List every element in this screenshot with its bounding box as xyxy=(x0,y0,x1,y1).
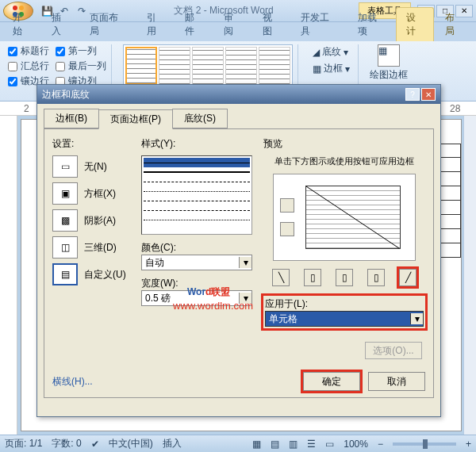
draw-border-icon[interactable]: ▦ xyxy=(378,44,400,67)
tab-mailings[interactable]: 邮件 xyxy=(175,8,213,41)
chevron-down-icon: ▾ xyxy=(410,313,423,324)
setting-box[interactable]: ▣方框(X) xyxy=(52,182,130,205)
width-label: 宽度(W): xyxy=(141,277,252,290)
chevron-down-icon: ▾ xyxy=(239,293,251,304)
setting-none[interactable]: ▭无(N) xyxy=(52,155,130,178)
ok-button[interactable]: 确定 xyxy=(303,372,360,391)
edge-buttons-row: ╲ ▯ ▯ ▯ ╱ xyxy=(263,269,425,286)
tab-addins[interactable]: 加载项 xyxy=(348,8,394,41)
setting-custom[interactable]: ▤自定义(U) xyxy=(52,263,130,285)
apply-to-label: 应用于(L): xyxy=(265,297,424,311)
dialog-tabs: 边框(B) 页面边框(P) 底纹(S) xyxy=(37,104,440,128)
color-combo[interactable]: 自动▾ xyxy=(141,255,252,270)
edge-left-button[interactable]: ▯ xyxy=(304,269,321,286)
status-insert-mode[interactable]: 插入 xyxy=(163,437,182,450)
tab-references[interactable]: 引用 xyxy=(137,8,175,41)
view-draft-icon[interactable]: ▭ xyxy=(325,439,334,450)
zoom-out-button[interactable]: − xyxy=(378,439,383,450)
vertical-scrollbar[interactable] xyxy=(463,116,476,435)
tab-developer[interactable]: 开发工具 xyxy=(291,8,346,41)
tab-view[interactable]: 视图 xyxy=(253,8,290,41)
edge-diag-up-button[interactable]: ╱ xyxy=(399,269,416,286)
style-thumb[interactable] xyxy=(259,47,290,85)
horizontal-line-link[interactable]: 横线(H)... xyxy=(52,375,93,389)
tab-insert[interactable]: 插入 xyxy=(42,8,79,41)
chevron-down-icon: ▾ xyxy=(239,257,251,268)
table-styles-gallery[interactable] xyxy=(123,44,293,89)
width-combo[interactable]: 0.5 磅▾ xyxy=(141,290,252,306)
dialog-body: 设置: ▭无(N) ▣方框(X) ▩阴影(A) ◫三维(D) ▤自定义(U) 样… xyxy=(44,128,434,398)
shading-button[interactable]: ◢ 底纹 ▾ xyxy=(309,44,353,59)
chk-total-row[interactable]: 汇总行 xyxy=(8,59,49,73)
tab-design[interactable]: 设计 xyxy=(396,7,435,41)
diagonal-line-icon xyxy=(306,186,400,248)
view-web-icon[interactable]: ▥ xyxy=(289,439,298,450)
box-icon: ▣ xyxy=(52,182,78,205)
dialog-close-button[interactable]: ✕ xyxy=(421,88,436,101)
dialog-titlebar[interactable]: 边框和底纹 ? ✕ xyxy=(37,85,440,104)
status-language[interactable]: 中文(中国) xyxy=(109,437,153,450)
shadow-icon: ▩ xyxy=(52,209,78,232)
preview-label: 预览 xyxy=(263,137,425,151)
style-thumb[interactable] xyxy=(159,47,190,85)
tab-home[interactable]: 开始 xyxy=(3,8,40,41)
style-thumb[interactable] xyxy=(125,47,157,85)
dialog-bottom-row: 横线(H)... 确定 取消 xyxy=(52,372,425,391)
tab-pagelayout[interactable]: 页面布局 xyxy=(80,8,135,41)
line-style-list[interactable] xyxy=(141,155,252,235)
vertical-ruler[interactable] xyxy=(0,116,17,435)
edge-diag-down-button[interactable]: ╲ xyxy=(272,269,290,286)
zoom-level[interactable]: 100% xyxy=(344,439,368,450)
zoom-in-button[interactable]: + xyxy=(466,439,471,450)
draw-border-label: 绘图边框 xyxy=(370,68,408,82)
threed-icon: ◫ xyxy=(52,236,78,259)
edge-top-left-button[interactable] xyxy=(280,198,294,213)
status-words[interactable]: 字数: 0 xyxy=(52,437,81,450)
apply-to-row: 应用于(L): 单元格 ▾ xyxy=(263,296,425,328)
view-outline-icon[interactable]: ☰ xyxy=(307,439,316,450)
view-reading-icon[interactable]: ▤ xyxy=(271,439,279,450)
custom-icon: ▤ xyxy=(52,263,78,285)
zoom-slider[interactable] xyxy=(393,442,456,446)
settings-column: 设置: ▭无(N) ▣方框(X) ▩阴影(A) ◫三维(D) ▤自定义(U) xyxy=(52,137,130,320)
preview-cell xyxy=(305,186,401,249)
options-button: 选项(O)... xyxy=(365,342,422,359)
borders-shading-dialog: 边框和底纹 ? ✕ 边框(B) 页面边框(P) 底纹(S) 设置: ▭无(N) … xyxy=(36,84,441,417)
setting-3d[interactable]: ◫三维(D) xyxy=(52,236,130,259)
dialog-title: 边框和底纹 xyxy=(42,88,405,102)
chk-last-col[interactable]: 最后一列 xyxy=(56,59,106,73)
view-print-layout-icon[interactable]: ▦ xyxy=(252,439,261,450)
dlg-tab-shading[interactable]: 底纹(S) xyxy=(172,109,228,128)
none-icon: ▭ xyxy=(52,155,78,178)
status-bar: 页面: 1/1 字数: 0 ✔ 中文(中国) 插入 ▦ ▤ ▥ ☰ ▭ 100%… xyxy=(0,435,476,452)
svg-line-4 xyxy=(306,186,400,248)
preview-hint: 单击下方图示或使用按钮可应用边框 xyxy=(263,155,425,167)
borders-button[interactable]: ▦ 边框 ▾ xyxy=(309,61,353,76)
style-label: 样式(Y): xyxy=(141,137,252,151)
ribbon-tab-strip: 开始 插入 页面布局 引用 邮件 审阅 视图 开发工具 加载项 设计 布局 xyxy=(0,22,476,41)
preview-diagram[interactable] xyxy=(273,174,416,261)
dlg-tab-page-border[interactable]: 页面边框(P) xyxy=(98,109,173,129)
chk-first-col[interactable]: 第一列 xyxy=(56,44,106,58)
cancel-button[interactable]: 取消 xyxy=(368,372,425,391)
tab-layout[interactable]: 布局 xyxy=(436,8,473,41)
style-column: 样式(Y): 颜色(C): 自动▾ 宽度(W): 0.5 磅▾ xyxy=(141,137,252,320)
settings-label: 设置: xyxy=(52,137,130,151)
dlg-tab-borders[interactable]: 边框(B) xyxy=(44,109,99,128)
style-thumb[interactable] xyxy=(225,47,257,85)
preview-column: 预览 单击下方图示或使用按钮可应用边框 ╲ ▯ ▯ ▯ ╱ xyxy=(263,137,425,320)
edge-center-button[interactable]: ▯ xyxy=(336,269,353,286)
status-proofing-icon[interactable]: ✔ xyxy=(91,439,99,450)
setting-shadow[interactable]: ▩阴影(A) xyxy=(52,209,130,232)
color-label: 颜色(C): xyxy=(141,241,252,255)
edge-right-button[interactable]: ▯ xyxy=(367,269,385,286)
style-thumb[interactable] xyxy=(192,47,224,85)
apply-to-select[interactable]: 单元格 ▾ xyxy=(265,311,424,327)
tab-review[interactable]: 审阅 xyxy=(214,8,251,41)
status-page[interactable]: 页面: 1/1 xyxy=(5,437,42,450)
chk-header-row[interactable]: 标题行 xyxy=(8,44,49,58)
edge-bottom-left-button[interactable] xyxy=(280,222,294,236)
dialog-help-button[interactable]: ? xyxy=(405,88,420,101)
